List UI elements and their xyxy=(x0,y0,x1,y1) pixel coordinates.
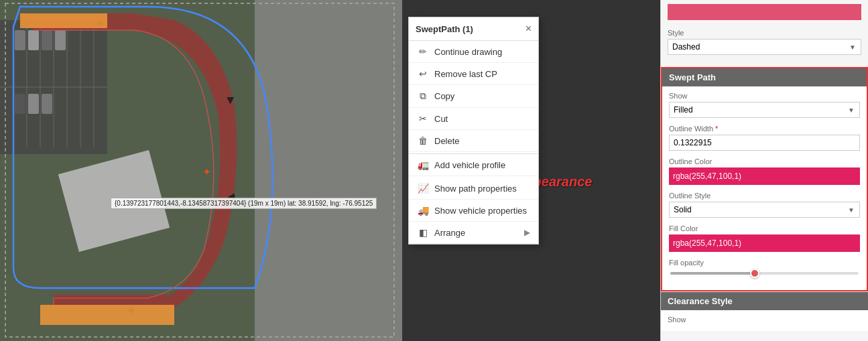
style-label: Style xyxy=(668,29,861,37)
outline-width-label: Outline Width * xyxy=(669,125,860,133)
clearance-style-section: Clearance Style Show xyxy=(661,291,868,331)
fill-opacity-label: Fill opacity xyxy=(669,259,860,267)
outline-color-label: Outline Color xyxy=(669,157,860,165)
svg-text:✦: ✦ xyxy=(202,166,211,178)
outline-color-value: rgba(255,47,100,1) xyxy=(673,172,741,181)
swept-path-section: Swept Path Show Filled Outline only None… xyxy=(661,67,868,291)
outline-width-field: Outline Width * xyxy=(669,125,860,151)
show-field: Show Filled Outline only None xyxy=(669,92,860,118)
svg-rect-25 xyxy=(40,305,174,325)
svg-rect-24 xyxy=(20,13,107,28)
context-menu-title: SweptPath (1) xyxy=(416,24,473,34)
outline-color-swatch[interactable]: rgba(255,47,100,1) xyxy=(669,167,860,185)
show-label: Show xyxy=(669,92,860,100)
right-panel: Style Dashed Solid Swept Path Show Fille… xyxy=(660,0,868,341)
swept-path-header: Swept Path xyxy=(662,68,867,86)
map-area[interactable]: ▶ ▶ ▶ ▶ ✦ {0.139723177801443,-8.13458731… xyxy=(0,0,402,341)
svg-rect-2 xyxy=(255,0,402,341)
ctx-remove-last-cp[interactable]: ↩ Remove last CP xyxy=(409,63,538,85)
svg-rect-13 xyxy=(15,30,25,50)
fill-opacity-field: Fill opacity xyxy=(669,259,860,278)
svg-rect-14 xyxy=(28,30,39,50)
copy-icon: ⧉ xyxy=(417,90,429,102)
context-menu: SweptPath (1) × ✏ Continue drawing ↩ Rem… xyxy=(408,17,539,245)
ctx-add-vehicle-profile[interactable]: 🚛 Add vehicle profile xyxy=(409,153,538,176)
slider-fill xyxy=(670,272,755,275)
outline-style-label: Outline Style xyxy=(669,192,860,200)
svg-rect-16 xyxy=(55,30,66,50)
swept-path-body: Show Filled Outline only None Outline Wi… xyxy=(662,86,867,290)
path-properties-icon: 📈 xyxy=(417,183,429,194)
outline-style-select[interactable]: Solid Dashed Dotted xyxy=(669,202,860,218)
show-select[interactable]: Filled Outline only None xyxy=(669,102,860,118)
ctx-continue-drawing[interactable]: ✏ Continue drawing xyxy=(409,41,538,63)
style-section: Style Dashed Solid xyxy=(661,26,868,67)
slider-thumb[interactable] xyxy=(750,269,759,278)
arrange-icon: ◧ xyxy=(417,227,429,238)
fill-opacity-slider-container[interactable] xyxy=(669,269,860,278)
vehicle-properties-icon: 🚚 xyxy=(417,205,429,216)
ctx-show-path-properties[interactable]: 📈 Show path properties xyxy=(409,178,538,200)
style-select-wrapper: Dashed Solid xyxy=(668,39,861,55)
svg-rect-18 xyxy=(28,94,39,114)
ctx-show-vehicle-properties[interactable]: 🚚 Show vehicle properties xyxy=(409,200,538,222)
outline-color-field: Outline Color rgba(255,47,100,1) xyxy=(669,157,860,185)
context-menu-header: SweptPath (1) × xyxy=(409,17,538,41)
arrange-submenu-arrow: ▶ xyxy=(524,228,530,237)
clearance-show-label: Show xyxy=(668,316,861,324)
ctx-copy[interactable]: ⧉ Copy xyxy=(409,85,538,108)
outline-width-input[interactable] xyxy=(669,135,860,151)
remove-last-cp-icon: ↩ xyxy=(417,68,429,79)
cut-icon: ✂ xyxy=(417,113,429,124)
ctx-delete[interactable]: 🗑 Delete xyxy=(409,130,538,152)
fill-color-label: Fill Color xyxy=(669,224,860,232)
coordinate-label: {0.139723177801443,-8.134587317397404} (… xyxy=(111,198,377,209)
fill-color-swatch[interactable]: rgba(255,47,100,1) xyxy=(669,234,860,252)
style-select[interactable]: Dashed Solid xyxy=(668,39,861,55)
svg-text:▶: ▶ xyxy=(226,97,237,105)
context-menu-close-button[interactable]: × xyxy=(525,23,532,35)
svg-rect-19 xyxy=(42,94,52,114)
slider-track xyxy=(670,272,859,275)
outline-style-field: Outline Style Solid Dashed Dotted xyxy=(669,192,860,218)
ctx-arrange[interactable]: ◧ Arrange ▶ xyxy=(409,222,538,244)
top-color-bar[interactable] xyxy=(668,4,861,20)
fill-color-value: rgba(255,47,100,1) xyxy=(673,238,741,248)
delete-icon: 🗑 xyxy=(417,135,429,146)
clearance-style-body: Show xyxy=(661,310,868,331)
fill-color-field: Fill Color rgba(255,47,100,1) xyxy=(669,224,860,252)
svg-rect-17 xyxy=(15,94,25,114)
ctx-cut[interactable]: ✂ Cut xyxy=(409,108,538,130)
continue-drawing-icon: ✏ xyxy=(417,46,429,57)
add-vehicle-icon: 🚛 xyxy=(417,159,429,170)
svg-rect-15 xyxy=(42,30,52,50)
clearance-style-header: Clearance Style xyxy=(661,292,868,310)
